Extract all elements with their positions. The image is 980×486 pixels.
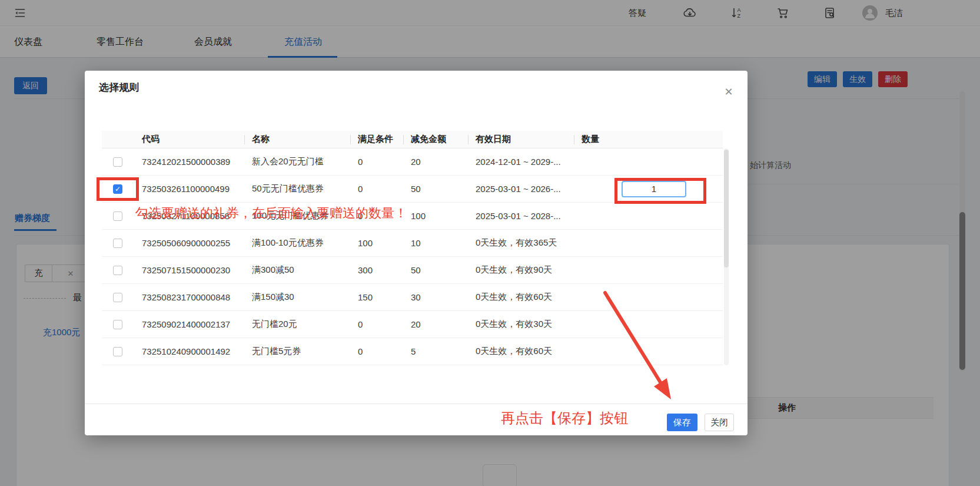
cell-code: 732412021500000389 <box>134 148 244 175</box>
table-row: 732508231700000848 满150减30 150 30 0天生效，有… <box>102 284 723 311</box>
cell-code: 732505060900000255 <box>134 230 244 256</box>
cell-valid-date: 2025-03-01 ~ 2028-... <box>468 203 574 229</box>
cell-valid-date: 0天生效，有效60天 <box>468 338 574 365</box>
col-quantity: 数量 <box>574 131 723 148</box>
cell-condition: 300 <box>350 257 403 283</box>
dialog-title: 选择规则 <box>99 81 139 94</box>
row-checkbox[interactable] <box>113 157 122 167</box>
cell-valid-date: 0天生效，有效90天 <box>468 257 574 283</box>
cell-valid-date: 0天生效，有效60天 <box>468 284 574 310</box>
table-scrollbar-thumb[interactable] <box>724 150 729 267</box>
table-row: 732510240900001492 无门槛5元券 0 5 0天生效，有效60天 <box>102 338 723 365</box>
cell-amount: 30 <box>403 284 468 310</box>
cell-condition: 0 <box>350 148 403 175</box>
cell-condition: 0 <box>350 338 403 365</box>
row-checkbox[interactable] <box>113 211 122 221</box>
col-amount: 减免金额 <box>403 131 468 148</box>
cell-name: 满300减50 <box>244 257 350 283</box>
cell-valid-date: 2024-12-01 ~ 2029-... <box>468 148 574 175</box>
annotation-tip-save: 再点击【保存】按钮 <box>501 409 628 428</box>
close-icon[interactable]: ✕ <box>720 84 737 100</box>
cell-condition: 0 <box>350 176 403 202</box>
row-checkbox[interactable] <box>113 266 122 275</box>
cell-amount: 5 <box>403 338 468 365</box>
col-condition: 满足条件 <box>350 131 403 148</box>
row-checkbox[interactable] <box>113 293 122 302</box>
screen: 答疑 A Z 毛洁 仪表盘 零售工作台 会员成就 <box>0 0 980 486</box>
cell-code: 732510240900001492 <box>134 338 244 365</box>
cell-name: 满100-10元优惠券 <box>244 230 350 256</box>
cell-code: 732503261100000499 <box>134 176 244 202</box>
quantity-highlight-box <box>614 178 706 204</box>
table-row: 732509021400002137 无门槛20元 0 20 0天生效，有效30… <box>102 311 723 338</box>
cell-valid-date: 2025-03-01 ~ 2026-... <box>468 176 574 202</box>
cell-condition: 0 <box>350 311 403 338</box>
table-header: 代码 名称 满足条件 减免金额 有效日期 数量 <box>102 131 723 148</box>
col-name: 名称 <box>244 131 350 148</box>
row-checkbox[interactable] <box>113 320 122 329</box>
cell-amount: 20 <box>403 311 468 338</box>
table-row: 732505060900000255 满100-10元优惠券 100 10 0天… <box>102 230 723 257</box>
cell-code: 732509021400002137 <box>134 311 244 338</box>
cell-code: 732508231700000848 <box>134 284 244 310</box>
cell-condition: 150 <box>350 284 403 310</box>
annotation-tip-select: 勾选要赠送的礼券，在后面输入要赠送的数量！ <box>135 204 407 222</box>
cell-valid-date: 0天生效，有效365天 <box>468 230 574 256</box>
cell-amount: 10 <box>403 230 468 256</box>
cell-valid-date: 0天生效，有效30天 <box>468 311 574 338</box>
cell-condition: 100 <box>350 230 403 256</box>
rules-table: 代码 名称 满足条件 减免金额 有效日期 数量 7324120215000003… <box>102 131 723 365</box>
row-checkbox[interactable] <box>113 347 122 356</box>
close-button[interactable]: 关闭 <box>705 414 734 431</box>
checkbox-highlight-box <box>97 177 139 201</box>
cell-name: 50元无门槛优惠券 <box>244 176 350 202</box>
cell-amount: 50 <box>403 176 468 202</box>
cell-amount: 100 <box>403 203 468 229</box>
table-row: 732507151500000230 满300减50 300 50 0天生效，有… <box>102 257 723 284</box>
col-checkbox <box>102 131 134 148</box>
col-valid-date: 有效日期 <box>468 131 574 148</box>
cell-name: 无门槛5元券 <box>244 338 350 365</box>
save-button[interactable]: 保存 <box>667 414 697 431</box>
cell-amount: 20 <box>403 148 468 175</box>
cell-amount: 50 <box>403 257 468 283</box>
footer-divider <box>85 404 748 404</box>
cell-name: 满150减30 <box>244 284 350 310</box>
cell-name: 新入会20元无门槛 <box>244 148 350 175</box>
col-code: 代码 <box>134 131 244 148</box>
cell-code: 732507151500000230 <box>134 257 244 283</box>
row-checkbox[interactable] <box>113 239 122 248</box>
table-row: 732412021500000389 新入会20元无门槛 0 20 2024-1… <box>102 148 723 176</box>
cell-name: 无门槛20元 <box>244 311 350 338</box>
select-rule-dialog: 选择规则 ✕ 代码 名称 满足条件 减免金额 有效日期 数量 732412021… <box>85 71 748 435</box>
